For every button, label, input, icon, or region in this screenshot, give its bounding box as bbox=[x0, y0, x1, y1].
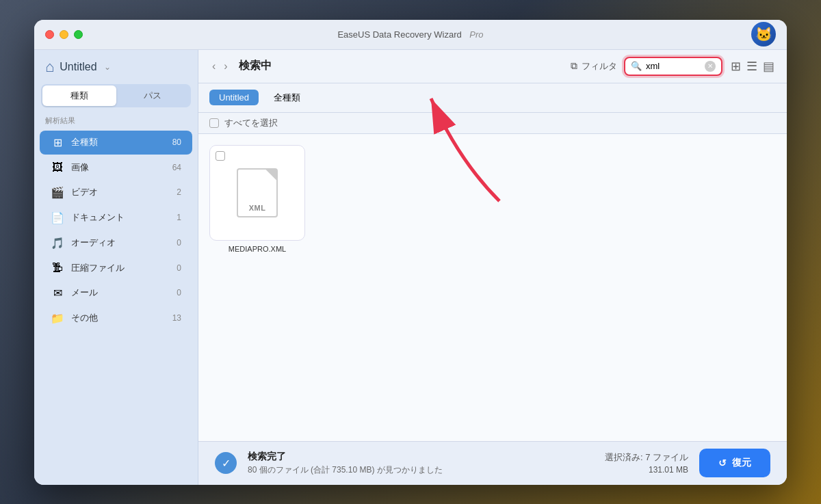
sidebar-item-label-mail: メール bbox=[71, 287, 170, 299]
sidebar-item-count-audio: 0 bbox=[177, 238, 181, 248]
tab-untitled[interactable]: Untitled bbox=[209, 90, 259, 105]
filter-search-area: ⧉ フィルタ 🔍 ✕ ⊞ ☰ ▤ bbox=[571, 57, 776, 76]
sidebar-item-all[interactable]: ⊞ 全種類 80 bbox=[40, 131, 192, 155]
sidebar-header: ⌂ Untitled ⌄ bbox=[34, 58, 198, 84]
docs-icon: 📄 bbox=[51, 211, 64, 224]
bottom-right: 選択済み: 7 ファイル 131.01 MB bbox=[605, 451, 688, 475]
sidebar-item-audio[interactable]: 🎵 オーディオ 0 bbox=[40, 231, 192, 255]
file-grid: XML MEDIAPRO.XML bbox=[209, 145, 776, 253]
forward-button[interactable]: › bbox=[221, 59, 230, 74]
mail-icon: ✉ bbox=[51, 287, 64, 300]
close-button[interactable] bbox=[45, 30, 54, 39]
selected-info: 選択済み: 7 ファイル bbox=[605, 451, 688, 464]
file-type-label: XML bbox=[249, 204, 266, 212]
sidebar-item-label-images: 画像 bbox=[71, 161, 166, 174]
filter-button[interactable]: ⧉ フィルタ bbox=[571, 60, 617, 72]
list-view-button[interactable]: ☰ bbox=[745, 57, 759, 75]
sidebar-item-count-video: 2 bbox=[177, 187, 181, 197]
restore-icon: ↺ bbox=[718, 457, 727, 468]
sidebar-item-label-archive: 圧縮ファイル bbox=[71, 262, 170, 274]
filter-icon: ⧉ bbox=[571, 60, 577, 72]
file-thumbnail: XML bbox=[209, 145, 305, 241]
status-title: 検索完了 bbox=[248, 451, 594, 463]
clear-search-button[interactable]: ✕ bbox=[705, 61, 716, 72]
drive-name: Untitled bbox=[60, 61, 96, 73]
app-pro-label: Pro bbox=[469, 29, 483, 40]
audio-icon: 🎵 bbox=[51, 237, 64, 250]
window-title: EaseUS Data Recovery Wizard Pro bbox=[337, 29, 483, 40]
grid-view-button[interactable]: ⊞ bbox=[729, 57, 742, 75]
sidebar: ⌂ Untitled ⌄ 種類 パス 解析結果 ⊞ 全種類 80 🖼 画像 64 bbox=[34, 50, 198, 485]
app-title: EaseUS Data Recovery Wizard bbox=[337, 29, 461, 40]
file-name: MEDIAPRO.XML bbox=[229, 245, 286, 253]
sidebar-item-label-audio: オーディオ bbox=[71, 237, 170, 249]
status-detail: 80 個のファイル (合計 735.10 MB) が見つかりました bbox=[248, 464, 594, 476]
home-icon[interactable]: ⌂ bbox=[45, 58, 54, 76]
sidebar-item-count-mail: 0 bbox=[177, 288, 181, 297]
minimize-button[interactable] bbox=[60, 30, 68, 39]
search-box: 🔍 ✕ bbox=[624, 57, 722, 76]
file-checkbox[interactable] bbox=[216, 151, 225, 161]
sidebar-item-count-other: 13 bbox=[172, 313, 181, 323]
app-window: EaseUS Data Recovery Wizard Pro 🐱 ⌂ Unti… bbox=[34, 20, 787, 485]
sidebar-item-count-docs: 1 bbox=[177, 213, 181, 222]
search-input[interactable] bbox=[646, 61, 701, 71]
sidebar-item-count-all: 80 bbox=[172, 137, 181, 147]
restore-label: 復元 bbox=[732, 457, 751, 469]
xml-file-icon: XML bbox=[237, 168, 278, 217]
sidebar-item-archive[interactable]: 🗜 圧縮ファイル 0 bbox=[40, 256, 192, 280]
select-all-row: すべてを選択 bbox=[198, 113, 787, 134]
sidebar-item-docs[interactable]: 📄 ドキュメント 1 bbox=[40, 206, 192, 230]
select-all-checkbox[interactable] bbox=[209, 118, 219, 128]
traffic-lights bbox=[45, 30, 83, 39]
file-area: XML MEDIAPRO.XML bbox=[198, 134, 787, 441]
selected-size: 131.01 MB bbox=[649, 465, 688, 475]
right-panel: ‹ › 検索中 ⧉ フィルタ 🔍 ✕ ⊞ bbox=[198, 50, 787, 485]
content-tabs: Untitled 全種類 bbox=[198, 83, 787, 113]
chevron-down-icon[interactable]: ⌄ bbox=[104, 62, 111, 72]
sidebar-item-label-other: その他 bbox=[71, 312, 166, 324]
sidebar-item-other[interactable]: 📁 その他 13 bbox=[40, 306, 192, 330]
bottom-info: 検索完了 80 個のファイル (合計 735.10 MB) が見つかりました bbox=[248, 451, 594, 476]
right-topbar: ‹ › 検索中 ⧉ フィルタ 🔍 ✕ ⊞ bbox=[198, 50, 787, 83]
column-view-button[interactable]: ▤ bbox=[761, 57, 776, 75]
video-icon: 🎬 bbox=[51, 186, 64, 199]
images-icon: 🖼 bbox=[51, 161, 64, 174]
main-content: ⌂ Untitled ⌄ 種類 パス 解析結果 ⊞ 全種類 80 🖼 画像 64 bbox=[34, 50, 787, 485]
user-avatar[interactable]: 🐱 bbox=[751, 22, 776, 47]
tab-all-types[interactable]: 全種類 bbox=[264, 89, 310, 107]
tab-kinds[interactable]: 種類 bbox=[42, 85, 116, 106]
restore-button[interactable]: ↺ 復元 bbox=[699, 449, 770, 477]
sidebar-item-label-all: 全種類 bbox=[71, 136, 166, 148]
sidebar-item-video[interactable]: 🎬 ビデオ 2 bbox=[40, 181, 192, 204]
tab-path[interactable]: パス bbox=[116, 85, 190, 106]
back-button[interactable]: ‹ bbox=[209, 59, 218, 74]
view-buttons: ⊞ ☰ ▤ bbox=[729, 57, 776, 75]
sidebar-item-count-images: 64 bbox=[172, 163, 181, 172]
archive-icon: 🗜 bbox=[51, 262, 64, 274]
filter-label: フィルタ bbox=[582, 60, 617, 72]
other-icon: 📁 bbox=[51, 312, 64, 325]
sidebar-item-images[interactable]: 🖼 画像 64 bbox=[40, 156, 192, 179]
section-label: 解析結果 bbox=[34, 116, 198, 130]
sidebar-item-count-archive: 0 bbox=[177, 263, 181, 273]
select-all-label: すべてを選択 bbox=[224, 117, 278, 129]
tab-switcher: 種類 パス bbox=[41, 84, 191, 107]
nav-buttons: ‹ › bbox=[209, 59, 231, 74]
all-types-icon: ⊞ bbox=[51, 136, 64, 149]
status-check-icon: ✓ bbox=[215, 452, 237, 474]
list-item[interactable]: XML MEDIAPRO.XML bbox=[209, 145, 305, 253]
search-icon: 🔍 bbox=[631, 61, 642, 71]
sidebar-item-label-video: ビデオ bbox=[71, 186, 170, 198]
bottom-bar: ✓ 検索完了 80 個のファイル (合計 735.10 MB) が見つかりました… bbox=[198, 441, 787, 485]
sidebar-item-mail[interactable]: ✉ メール 0 bbox=[40, 281, 192, 305]
topbar-title: 検索中 bbox=[239, 59, 562, 73]
sidebar-item-label-docs: ドキュメント bbox=[71, 211, 170, 224]
titlebar: EaseUS Data Recovery Wizard Pro 🐱 bbox=[34, 20, 787, 50]
maximize-button[interactable] bbox=[74, 30, 83, 39]
